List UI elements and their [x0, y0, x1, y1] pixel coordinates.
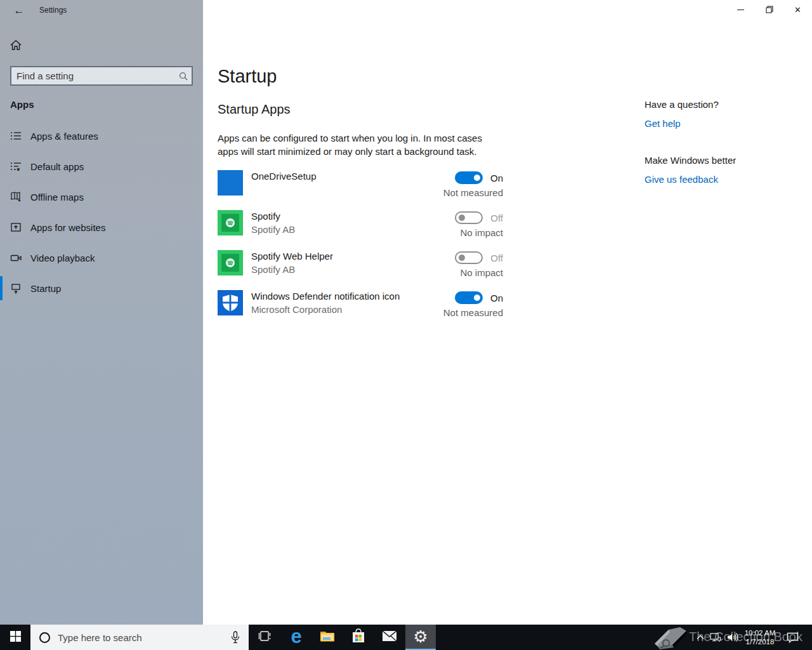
help-column: Have a question? Get help Make Windows b…: [645, 99, 797, 185]
clock-time: 10:02 AM: [745, 628, 776, 637]
app-publisher: Spotify AB: [251, 264, 422, 275]
toggle-state: Off: [490, 253, 503, 263]
onedrivesetup-icon: [218, 170, 243, 196]
startup-app-row: Spotify Web Helper Spotify AB Off No imp…: [218, 250, 503, 275]
sidebar-item-label: Offline maps: [30, 192, 84, 202]
microsoft-store-button[interactable]: [343, 625, 374, 650]
impact-label: Not measured: [422, 187, 503, 198]
toggle-state: Off: [490, 213, 503, 223]
settings-window: ← Settings Apps App: [0, 0, 812, 625]
titlebar: ← Settings: [0, 0, 203, 20]
video-playback-icon: [10, 251, 22, 264]
settings-taskbar-button[interactable]: ⚙: [405, 625, 436, 650]
sidebar-item-label: Video playback: [30, 253, 95, 263]
sidebar-item-video-playback[interactable]: Video playback: [0, 242, 203, 273]
page-description: Apps can be configured to start when you…: [218, 131, 497, 158]
file-explorer-icon: [320, 630, 335, 645]
network-icon[interactable]: [707, 625, 724, 650]
startup-icon: [10, 282, 22, 295]
sidebar-item-label: Apps for websites: [30, 222, 105, 233]
window-controls: ✕: [726, 0, 812, 20]
apps-for-websites-icon: [10, 221, 22, 234]
toggle-state: On: [490, 293, 503, 303]
startup-toggle[interactable]: [455, 291, 483, 304]
task-view-button[interactable]: [250, 625, 280, 650]
sidebar-section-title: Apps: [10, 99, 34, 110]
spotify-web-helper-icon: [218, 250, 243, 275]
taskbar-search-placeholder: Type here to search: [58, 632, 226, 643]
back-button[interactable]: ←: [9, 3, 29, 19]
app-publisher: Spotify AB: [251, 224, 422, 235]
startup-app-row: OneDriveSetup On Not measured: [218, 170, 503, 196]
app-name: Spotify Web Helper: [251, 251, 422, 262]
taskbar: Type here to search e: [0, 625, 812, 650]
offline-maps-icon: [10, 190, 22, 203]
app-name: Spotify: [251, 211, 422, 222]
close-button[interactable]: ✕: [783, 0, 812, 20]
give-feedback-link[interactable]: Give us feedback: [645, 174, 797, 185]
sidebar-item-label: Startup: [30, 283, 61, 294]
startup-toggle[interactable]: [455, 211, 483, 224]
impact-label: No impact: [422, 267, 503, 278]
impact-label: No impact: [422, 227, 503, 238]
gear-icon: ⚙: [413, 628, 428, 645]
app-name: OneDriveSetup: [251, 171, 422, 182]
windows-logo-icon: [10, 631, 21, 644]
windows-defender-icon: [218, 290, 243, 315]
sidebar-item-label: Default apps: [30, 161, 84, 172]
edge-browser-button[interactable]: e: [281, 625, 311, 650]
restore-icon: [766, 4, 773, 16]
startup-app-row: Windows Defender notification icon Micro…: [218, 290, 503, 315]
toggle-state: On: [490, 173, 503, 183]
have-a-question-title: Have a question?: [645, 99, 797, 110]
startup-toggle[interactable]: [455, 251, 483, 264]
app-name: Windows Defender notification icon: [251, 291, 422, 302]
make-windows-better-title: Make Windows better: [645, 155, 797, 166]
system-tray: 10:02 AM 1/7/2018: [693, 625, 812, 650]
startup-apps-list: OneDriveSetup On Not measured: [218, 170, 503, 330]
microphone-icon[interactable]: [226, 631, 245, 644]
startup-app-row: Spotify Spotify AB Off No impact: [218, 210, 503, 235]
sidebar-item-label: Apps & features: [30, 131, 98, 142]
default-apps-icon: [10, 160, 22, 173]
start-button[interactable]: [0, 625, 30, 650]
section-title: Startup Apps: [218, 102, 291, 117]
mail-icon: [382, 630, 397, 644]
store-icon: [351, 628, 365, 646]
app-publisher: Microsoft Corporation: [251, 304, 422, 315]
window-title: Settings: [39, 6, 67, 15]
startup-toggle[interactable]: [455, 171, 483, 184]
page-title: Startup: [218, 66, 277, 87]
restore-button[interactable]: [755, 0, 783, 20]
desktop-screen: ← Settings Apps App: [0, 0, 812, 650]
clock[interactable]: 10:02 AM 1/7/2018: [741, 625, 779, 650]
minimize-button[interactable]: [726, 0, 755, 20]
mail-button[interactable]: [374, 625, 405, 650]
sidebar-item-apps-websites[interactable]: Apps for websites: [0, 212, 203, 242]
sidebar-item-startup[interactable]: Startup: [0, 273, 203, 303]
file-explorer-button[interactable]: [312, 625, 343, 650]
task-view-icon: [258, 630, 272, 644]
get-help-link[interactable]: Get help: [645, 118, 797, 129]
settings-sidebar: ← Settings Apps App: [0, 0, 203, 625]
taskbar-search-box[interactable]: Type here to search: [30, 625, 249, 650]
settings-content: ✕ Startup Startup Apps Apps can be confi…: [203, 0, 812, 625]
sidebar-nav: Apps & features Default apps Offline map…: [0, 121, 203, 303]
spotify-icon: [218, 210, 243, 235]
cortana-icon: [39, 632, 50, 643]
action-center-button[interactable]: [779, 625, 806, 650]
apps-features-icon: [10, 129, 22, 142]
search-input[interactable]: [11, 70, 175, 81]
home-icon: [9, 43, 23, 54]
impact-label: Not measured: [422, 307, 503, 318]
home-button[interactable]: [9, 38, 25, 55]
volume-icon[interactable]: [724, 625, 741, 650]
search-icon[interactable]: [175, 68, 192, 84]
sidebar-item-offline-maps[interactable]: Offline maps: [0, 182, 203, 212]
show-hidden-icons-button[interactable]: [693, 625, 707, 650]
sidebar-item-default-apps[interactable]: Default apps: [0, 151, 203, 182]
clock-date: 1/7/2018: [746, 637, 775, 646]
minimize-icon: [737, 10, 744, 10]
find-setting-searchbox[interactable]: [10, 66, 193, 86]
sidebar-item-apps-features[interactable]: Apps & features: [0, 121, 203, 151]
